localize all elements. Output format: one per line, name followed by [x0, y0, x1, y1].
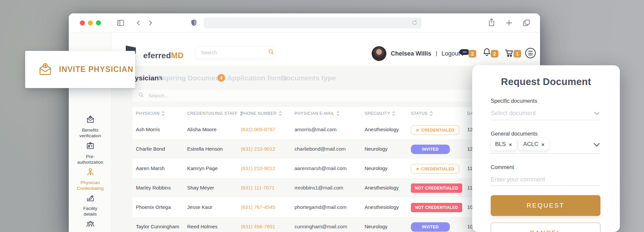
messages-badge: 2 [469, 50, 476, 58]
share-icon[interactable] [487, 18, 496, 27]
logo-accent-text: MD [171, 51, 184, 60]
specific-documents-select[interactable]: Select document [491, 107, 600, 120]
cell-staff: Shay Meyer [187, 178, 214, 198]
user-divider: | [436, 50, 437, 57]
cell-physician: Phoenix Ortega [136, 198, 171, 217]
panel-title: Request Document [472, 76, 620, 87]
cell-phone[interactable]: (631) 456-7891 [241, 217, 275, 232]
invite-envelope-icon [38, 62, 53, 77]
chevron-down-icon[interactable] [594, 111, 600, 117]
cell-phone[interactable]: (631) 210-9012 [241, 159, 275, 178]
star-icon: ★ [416, 128, 420, 133]
cell-email: phortegamd@mail.com [294, 198, 346, 217]
header-search [195, 46, 275, 59]
browser-window: eferredMD Chelsea Willis | Logout 2 2 1 [69, 13, 540, 232]
search-icon[interactable] [268, 48, 275, 57]
sidebar-toggle-icon[interactable] [116, 19, 125, 27]
chip-aclc[interactable]: ACLC× [519, 138, 549, 150]
cell-email: amorris@mail.com [294, 120, 336, 139]
browser-toolbar [69, 13, 540, 32]
user-box: Chelsea Willis | Logout [372, 46, 460, 62]
forward-button-icon[interactable] [147, 19, 154, 26]
remove-chip-icon[interactable]: × [541, 142, 544, 147]
traffic-lights [80, 20, 101, 25]
refresh-icon[interactable] [411, 19, 418, 26]
col-physician: PHYSICIAN [136, 111, 160, 116]
cell-phone[interactable]: (631) 111-7071 [241, 178, 274, 198]
user-name: Chelsea Willis [391, 50, 431, 57]
cell-status: NOT CREDENTIALED [411, 198, 462, 217]
remove-chip-icon[interactable]: × [509, 142, 512, 147]
general-documents-select[interactable]: BLS× ACLC× [491, 138, 600, 154]
tab-documents-type[interactable]: Documents type [281, 71, 336, 85]
zoom-window-button[interactable] [96, 20, 101, 25]
benefits-envelope-icon [86, 115, 95, 125]
cancel-button[interactable]: CANCEL [491, 223, 600, 232]
comment-label: Comment [491, 164, 514, 170]
sort-icon[interactable] [430, 111, 433, 116]
cell-phone[interactable]: (631) 210-9012 [241, 139, 275, 159]
cell-physician: Charlie Bond [136, 139, 165, 159]
privacy-shield-icon[interactable] [190, 18, 198, 27]
cell-phone[interactable]: (631) 767-4545 [241, 198, 275, 217]
sort-icon[interactable] [162, 111, 165, 116]
avatar[interactable] [372, 46, 386, 61]
invite-physician-button[interactable]: INVITE PHYSICIAN [25, 51, 135, 88]
sidebar-item-pre-authorization[interactable]: Pre- authorization [69, 141, 112, 165]
sort-icon[interactable] [392, 111, 395, 116]
status-badge: ★CREDENTIALED [411, 125, 459, 135]
minimize-window-button[interactable] [88, 20, 93, 25]
chip-bls[interactable]: BLS× [491, 138, 516, 150]
cell-speciality: Neurology [365, 159, 387, 178]
col-status: STATUS [411, 111, 428, 116]
new-tab-icon[interactable] [505, 19, 513, 27]
cart-icon[interactable] [504, 48, 515, 59]
sidebar-item-facility-details[interactable]: Facility details [69, 193, 112, 217]
logout-link[interactable]: Logout [441, 50, 460, 57]
office-staff-icon [86, 219, 95, 230]
back-button-icon[interactable] [135, 19, 142, 26]
physician-icon [86, 167, 95, 178]
header-search-input[interactable] [201, 50, 268, 55]
sort-icon[interactable] [279, 111, 282, 116]
status-badge: INVITED [411, 145, 450, 154]
star-icon: ★ [416, 166, 420, 171]
cell-status: ★CREDENTIALED [411, 120, 459, 139]
request-button[interactable]: REQUEST [491, 195, 600, 216]
comment-input[interactable] [491, 174, 588, 185]
status-badge: NOT CREDENTIALED [411, 183, 462, 193]
cell-staff: Kamryn Page [187, 159, 218, 178]
cart-badge: 1 [514, 50, 521, 58]
address-bar[interactable] [204, 17, 422, 28]
sidebar-item-physician-credentialing[interactable]: Physician Credentialing [69, 167, 112, 191]
cell-status: INVITED [411, 217, 450, 232]
close-window-button[interactable] [80, 20, 85, 25]
chevron-down-icon[interactable] [594, 142, 600, 148]
cell-speciality: Anesthesiology [365, 198, 399, 217]
cell-phone[interactable]: (631) 009-8787 [241, 120, 275, 139]
comment-field[interactable] [491, 174, 600, 186]
id-card-icon [86, 141, 95, 152]
table-search-icon [138, 92, 144, 99]
cell-physician: Taylor Cunningham [136, 217, 179, 232]
tab-application-forms[interactable]: Application forms [227, 71, 287, 85]
notifications-bell-icon[interactable] [482, 48, 491, 59]
invite-physician-label: INVITE PHYSICIAN [59, 65, 133, 74]
cell-physician: Marley Robbins [136, 178, 171, 198]
screenshot-stage: eferredMD Chelsea Willis | Logout 2 2 1 [0, 0, 644, 232]
request-document-panel: Request Document Specific documents Sele… [472, 65, 620, 232]
cell-email: charliebond@mail.com [294, 139, 346, 159]
menu-circle-icon[interactable] [525, 48, 536, 58]
sidebar-item-benefits-verification[interactable]: Benefits verification [69, 115, 112, 139]
tab-overview-icon[interactable] [522, 19, 531, 27]
sort-icon[interactable] [336, 111, 339, 116]
specific-documents-label: Specific documents [491, 98, 537, 104]
cell-speciality: Neurology [365, 139, 387, 159]
expiring-documents-badge: 4 [217, 74, 225, 82]
cell-staff: Estrella Henson [187, 139, 223, 159]
facility-icon [86, 193, 95, 204]
col-speciality: SPECIALITY [365, 111, 390, 116]
tab-expiring-documents[interactable]: Expiring Documents [158, 71, 226, 85]
sidebar-item-office-staff[interactable]: Office staff [69, 219, 112, 232]
cell-speciality: Anesthesiology [365, 120, 399, 139]
